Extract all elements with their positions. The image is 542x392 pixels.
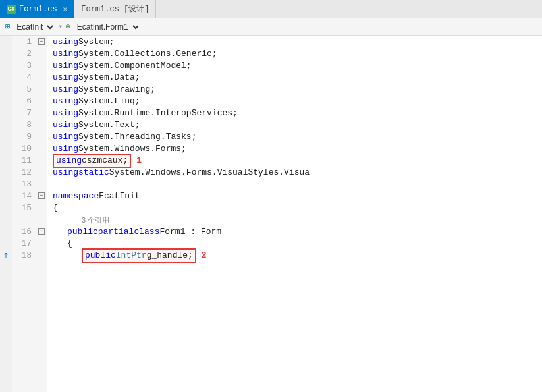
token: public bbox=[85, 250, 116, 262]
tab-label-inactive: Form1.cs [设计] bbox=[81, 3, 149, 14]
fold-indicator-4 bbox=[37, 71, 47, 83]
fold-indicator-15 bbox=[37, 202, 47, 213]
fold-indicator-17 bbox=[37, 237, 47, 249]
token: g_handle; bbox=[147, 250, 193, 262]
token: cszmcaux; bbox=[82, 155, 128, 167]
ref-hint-line: 3 个引用 bbox=[53, 214, 542, 226]
code-line-12: using static System.Windows.Forms.Visual… bbox=[53, 167, 542, 179]
line-number-3: 3 bbox=[12, 60, 32, 72]
line-number-8: 8 bbox=[12, 119, 32, 131]
line-number-10: 10 bbox=[12, 143, 32, 155]
app-container: C# Form1.cs ✕ Form1.cs [设计] ⊞ EcatInit ▾… bbox=[0, 0, 542, 392]
token: using bbox=[53, 36, 78, 48]
fold-indicator-9 bbox=[37, 130, 47, 142]
fold-indicator-5 bbox=[37, 83, 47, 95]
line-number-16: 16 bbox=[12, 226, 32, 238]
token: System.Text; bbox=[78, 119, 140, 131]
token: System.Linq; bbox=[78, 96, 140, 107]
token: System.Windows.Forms.VisualStyles.Visua bbox=[109, 167, 310, 179]
fold-indicator-12 bbox=[37, 166, 47, 178]
token: using bbox=[56, 155, 82, 167]
fold-indicator-14[interactable]: − bbox=[37, 190, 47, 202]
fold-indicator-2 bbox=[37, 47, 47, 59]
code-line-8: using System.Text; bbox=[53, 119, 542, 131]
token: namespace bbox=[53, 190, 99, 202]
line-number-gutter: 123456789101112131415.161718 bbox=[12, 36, 37, 392]
token: { bbox=[53, 202, 58, 214]
code-line-2: using System.Collections.Generic; bbox=[53, 48, 542, 60]
tab-form1-designer[interactable]: Form1.cs [设计] bbox=[74, 0, 156, 18]
fold-indicator-16[interactable]: − bbox=[37, 225, 47, 237]
token: partial bbox=[98, 226, 134, 238]
highlight-box-11: using cszmcaux; bbox=[53, 154, 131, 168]
line-number-18: 18 bbox=[12, 250, 32, 262]
token: using bbox=[53, 84, 78, 96]
nav-member-dropdown[interactable]: EcatInit.Form1 bbox=[73, 22, 141, 32]
token: using bbox=[53, 107, 78, 119]
line-number-1: 1 bbox=[12, 36, 32, 48]
code-line-11: using cszmcaux;1 bbox=[53, 155, 542, 167]
line-number-9: 9 bbox=[12, 131, 32, 143]
token: EcatInit bbox=[99, 190, 140, 202]
code-line-13 bbox=[53, 179, 542, 190]
tab-close-icon[interactable]: ✕ bbox=[63, 5, 68, 13]
token: static bbox=[78, 167, 109, 179]
nav-bar: ⊞ EcatInit ▾ ⊕ EcatInit.Form1 bbox=[0, 18, 542, 36]
code-line-9: using System.Threading.Tasks; bbox=[53, 131, 542, 143]
fold-indicator-10 bbox=[37, 142, 47, 154]
code-line-1: using System; bbox=[53, 36, 542, 48]
line-number-14: 14 bbox=[12, 190, 32, 202]
token: class bbox=[134, 226, 159, 238]
token: using bbox=[53, 96, 78, 107]
line-number-4: 4 bbox=[12, 72, 32, 84]
nav-separator: ▾ bbox=[58, 22, 63, 32]
line-number-13: 13 bbox=[12, 179, 32, 190]
token: Form1 : Form bbox=[159, 226, 221, 238]
token: public bbox=[67, 226, 98, 238]
token: System.Drawing; bbox=[78, 84, 155, 96]
token: { bbox=[67, 238, 72, 250]
nav-class-dropdown[interactable]: EcatInit bbox=[13, 22, 55, 32]
token: System.ComponentModel; bbox=[78, 60, 192, 72]
fold-indicator-13 bbox=[37, 178, 47, 190]
code-editor[interactable]: using System;using System.Collections.Ge… bbox=[47, 36, 542, 392]
fold-indicator-8 bbox=[37, 119, 47, 130]
tab-form1-cs[interactable]: C# Form1.cs ✕ bbox=[0, 0, 74, 18]
tab-label-active: Form1.cs bbox=[19, 5, 57, 14]
error-badge-11: 1 bbox=[136, 155, 142, 167]
fold-gutter: −−− bbox=[37, 36, 47, 392]
fold-indicator-1[interactable]: − bbox=[37, 36, 47, 47]
nav-icon-right: ⊕ bbox=[65, 22, 70, 32]
token: System; bbox=[78, 36, 115, 48]
token: System.Collections.Generic; bbox=[78, 48, 217, 60]
breakpoint-gutter bbox=[0, 36, 12, 392]
token: using bbox=[53, 167, 78, 179]
code-line-5: using System.Drawing; bbox=[53, 84, 542, 96]
line-number-5: 5 bbox=[12, 84, 32, 96]
tab-bar: C# Form1.cs ✕ Form1.cs [设计] bbox=[0, 0, 542, 18]
execution-arrow-icon: ⇑ bbox=[0, 249, 12, 261]
token: System.Data; bbox=[78, 72, 140, 84]
line-number-6: 6 bbox=[12, 96, 32, 107]
error-badge-18: 2 bbox=[202, 250, 207, 262]
token: using bbox=[53, 119, 78, 131]
code-line-7: using System.Runtime.InteropServices; bbox=[53, 107, 542, 119]
fold-indicator-6 bbox=[37, 95, 47, 107]
ref-hint-text: 3 个引用 bbox=[82, 214, 109, 226]
line-number-7: 7 bbox=[12, 107, 32, 119]
line-number-11: 11 bbox=[12, 155, 32, 167]
token: IntPtr bbox=[116, 250, 147, 262]
fold-indicator-11 bbox=[37, 154, 47, 166]
cs-icon: C# bbox=[7, 5, 16, 14]
code-line-3: using System.ComponentModel; bbox=[53, 60, 542, 72]
highlight-box-18: public IntPtr g_handle; bbox=[82, 248, 196, 263]
token: using bbox=[53, 48, 78, 60]
code-line-6: using System.Linq; bbox=[53, 96, 542, 107]
token: using bbox=[53, 131, 78, 143]
token: System.Threading.Tasks; bbox=[78, 131, 196, 143]
fold-indicator-3 bbox=[37, 59, 47, 71]
fold-indicator-18 bbox=[37, 249, 47, 261]
code-line-4: using System.Data; bbox=[53, 72, 542, 84]
code-line-14: namespace EcatInit bbox=[53, 190, 542, 202]
token: using bbox=[53, 60, 78, 72]
